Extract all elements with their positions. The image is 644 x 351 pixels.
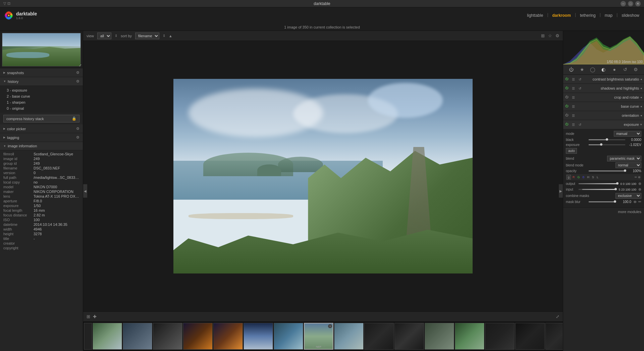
collapse-left-button[interactable]: ◀: [83, 184, 87, 198]
orientation-header[interactable]: ⏻ ☰ orientation ◂: [563, 111, 644, 120]
curve-tab-l[interactable]: L: [596, 175, 599, 179]
sh-preset-icon[interactable]: ☰: [571, 86, 576, 91]
curve-edit-icon[interactable]: ✏: [635, 176, 637, 179]
grid-view-icon[interactable]: ⊞: [541, 33, 545, 38]
curve-tab-s[interactable]: S: [591, 175, 595, 179]
filmstrip-thumb-3[interactable]: [123, 323, 152, 350]
curve-picker-icon[interactable]: ⊕: [638, 176, 641, 179]
exp-reset-icon[interactable]: ↺: [577, 122, 583, 127]
cbs-reset-icon[interactable]: ↺: [577, 77, 583, 82]
nav-map[interactable]: map: [603, 12, 614, 18]
color-picker-gear-icon[interactable]: ⚙: [76, 127, 79, 131]
filmstrip-thumb-11[interactable]: [364, 323, 394, 350]
history-section-header[interactable]: ▼ history ⚙: [0, 77, 83, 86]
filmstrip-thumb-4[interactable]: [153, 323, 182, 350]
history-item-original[interactable]: 0 - original: [0, 105, 83, 111]
filmstrip-thumb-2[interactable]: [93, 323, 122, 350]
exposure-header[interactable]: ⏻ ☰ ↺ exposure ▾: [563, 120, 644, 129]
history-item-sharpen[interactable]: 1 - sharpen: [0, 99, 83, 105]
collapse-right-button[interactable]: ▶: [559, 184, 563, 198]
nav-darkroom[interactable]: darkroom: [551, 12, 572, 18]
maximize-button[interactable]: □: [628, 1, 633, 6]
settings-icon[interactable]: ⚙: [555, 33, 559, 38]
mask-edit-icon[interactable]: ✏: [638, 200, 641, 204]
fullscreen-icon[interactable]: ⤢: [556, 314, 559, 319]
sort-arrows[interactable]: ⇕: [163, 34, 165, 38]
crop-rotate-header[interactable]: ⏻ ☰ crop and rotate ◂: [563, 93, 644, 102]
more-modules-link[interactable]: more modules: [563, 208, 644, 216]
view-arrows[interactable]: ⇕: [115, 34, 117, 38]
minimize-button[interactable]: ─: [621, 1, 626, 6]
curve-tab-b[interactable]: B: [582, 175, 586, 179]
filmstrip-thumb-9-active[interactable]: NEF ✕ ☆☆☆☆☆: [304, 323, 333, 350]
or-arrow-icon[interactable]: ◂: [640, 114, 642, 117]
input-add-icon[interactable]: ⊕: [638, 187, 641, 192]
color-icon[interactable]: ●: [611, 66, 618, 73]
corrections-icon[interactable]: ↺: [622, 66, 629, 73]
color-picker-tool-icon[interactable]: ✚: [93, 314, 97, 319]
bc-arrow-icon[interactable]: ◂: [640, 105, 642, 108]
grid-tool-icon[interactable]: ⊞: [87, 314, 90, 319]
contrast-brightness-saturation-header[interactable]: ⏻ ☰ ↺ contrast brightness saturatio ◂: [563, 75, 644, 84]
color-correct-icon[interactable]: ◯: [589, 66, 596, 73]
exposure-slider[interactable]: [589, 144, 625, 145]
output-slider[interactable]: [579, 183, 618, 184]
filmstrip-thumb-14[interactable]: [455, 323, 484, 350]
nav-lighttable[interactable]: lighttable: [526, 12, 544, 18]
mask-blur-slider[interactable]: [589, 201, 615, 202]
filmstrip-thumb-17[interactable]: [545, 323, 563, 350]
base-curve-header[interactable]: ⏻ ☰ base curve ◂: [563, 102, 644, 111]
snapshots-gear-icon[interactable]: ⚙: [76, 70, 79, 75]
cr-preset-icon[interactable]: ☰: [571, 95, 576, 100]
title-bar-controls[interactable]: ─ □ ✕: [621, 1, 641, 6]
filmstrip-thumb-1[interactable]: [84, 323, 92, 350]
bc-preset-icon[interactable]: ☰: [571, 104, 576, 109]
sort-direction-icon[interactable]: ▲: [169, 34, 172, 38]
nav-tethering[interactable]: tethering: [579, 12, 597, 18]
sh-arrow-icon[interactable]: ◂: [640, 87, 642, 90]
output-add-icon[interactable]: ⊕: [638, 182, 641, 186]
exp-arrow-icon[interactable]: ▾: [640, 123, 642, 126]
filmstrip-thumb-8[interactable]: [274, 323, 303, 350]
filmstrip-thumb-6[interactable]: [213, 323, 243, 350]
power-module-icon[interactable]: ⏻: [568, 66, 575, 73]
cr-power-icon[interactable]: ⏻: [565, 95, 569, 99]
exp-preset-icon[interactable]: ☰: [571, 122, 576, 127]
cr-arrow-icon[interactable]: ◂: [640, 96, 642, 99]
snapshots-section-header[interactable]: ▶ snapshots ⚙: [0, 68, 83, 77]
color-picker-section-header[interactable]: ▶ color picker ⚙: [0, 124, 83, 133]
cbs-arrow-icon[interactable]: ◂: [640, 78, 642, 81]
blend-select[interactable]: parametric mask: [607, 156, 641, 161]
combine-masks-select[interactable]: exclusive: [615, 193, 642, 199]
filmstrip-thumb-16[interactable]: [515, 323, 545, 350]
sh-power-icon[interactable]: ⏻: [565, 86, 569, 90]
input-slider[interactable]: [579, 189, 616, 190]
star-icon[interactable]: ☆: [548, 33, 552, 38]
or-preset-icon[interactable]: ☰: [571, 113, 576, 118]
cbs-power-icon[interactable]: ⏻: [565, 77, 569, 81]
view-select[interactable]: all: [97, 33, 111, 39]
mode-select[interactable]: manual: [614, 131, 642, 137]
cbs-preset-icon[interactable]: ☰: [571, 77, 576, 82]
tagging-gear-icon[interactable]: ⚙: [76, 135, 79, 140]
expand-preview-icon[interactable]: ⤢: [79, 63, 82, 67]
curve-tab-g[interactable]: g: [567, 175, 571, 180]
compress-history-button[interactable]: compress history stack 🔒: [3, 115, 79, 122]
curve-tab-g2[interactable]: G: [577, 175, 581, 179]
curve-tab-r[interactable]: R: [572, 175, 576, 179]
auto-button[interactable]: auto: [566, 148, 577, 154]
filmstrip-thumb-13[interactable]: [425, 323, 454, 350]
black-slider[interactable]: [589, 139, 625, 140]
filmstrip-thumb-12[interactable]: [394, 323, 424, 350]
sh-reset-icon[interactable]: ↺: [577, 86, 583, 91]
curve-tab-h[interactable]: H: [586, 175, 591, 179]
mask-eye-icon[interactable]: 👁: [633, 200, 637, 204]
filmstrip-thumb-10[interactable]: [334, 323, 364, 350]
sort-select[interactable]: filename: [135, 33, 159, 39]
opacity-slider[interactable]: [589, 170, 625, 171]
shadows-highlights-header[interactable]: ⏻ ☰ ↺ shadows and highlights ◂: [563, 84, 644, 93]
filmstrip-thumb-5[interactable]: [183, 323, 213, 350]
blend-mode-select[interactable]: normal: [615, 162, 642, 168]
image-info-section-header[interactable]: ▼ image information: [0, 142, 83, 150]
effects-icon[interactable]: ⚙: [633, 66, 639, 73]
